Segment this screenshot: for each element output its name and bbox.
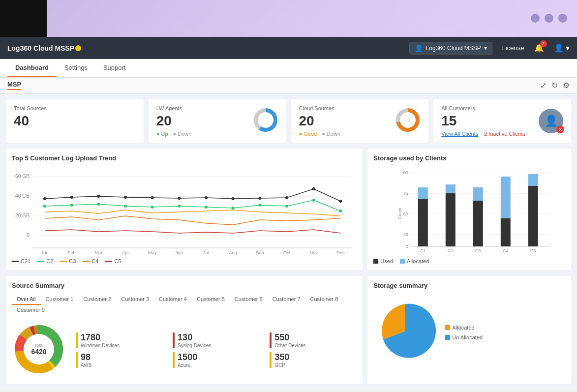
- source-tab-customer1[interactable]: Customer 1: [41, 294, 79, 305]
- bar-chart-area: 100 75 50 25 0 Count: [387, 167, 565, 255]
- legend-c4: C4: [83, 258, 98, 264]
- source-tab-overall[interactable]: Over All: [12, 294, 41, 305]
- stat-aws: 98 AWS: [76, 352, 163, 368]
- storage-summary-title: Storage summary: [373, 282, 565, 289]
- svg-point-49: [312, 199, 315, 202]
- svg-point-29: [97, 195, 100, 198]
- svg-text:C3: C3: [475, 248, 481, 253]
- svg-text:0: 0: [406, 244, 408, 249]
- svg-text:Dec: Dec: [336, 250, 345, 255]
- legend-c2: C2: [37, 258, 53, 264]
- svg-point-30: [124, 196, 127, 199]
- source-tab-customer8[interactable]: Customer 8: [305, 294, 343, 305]
- source-tab-customer2[interactable]: Customer 2: [78, 294, 116, 305]
- svg-text:40 GB: 40 GB: [15, 193, 30, 199]
- legend-c3: C3: [60, 258, 76, 264]
- svg-rect-72: [501, 177, 511, 218]
- stat-windows: 1780 Windows Devices: [76, 332, 163, 348]
- syslog-label: Syslog Devices: [178, 343, 211, 348]
- lw-agents-donut: [253, 107, 278, 135]
- other-value: 550: [274, 332, 305, 343]
- tab-dashboard[interactable]: Dashboard: [7, 59, 57, 77]
- top-decorative-bar: [0, 0, 577, 37]
- cloud-good-indicator: ● Good: [299, 131, 317, 137]
- svg-rect-62: [418, 199, 428, 246]
- refresh-icon[interactable]: ↻: [551, 81, 558, 90]
- legend-allocated: Allocated: [400, 258, 429, 264]
- expand-icon[interactable]: ⤢: [540, 81, 547, 90]
- source-tab-customer4[interactable]: Customer 4: [154, 294, 192, 305]
- svg-text:Total: Total: [34, 343, 43, 348]
- source-tab-customer9[interactable]: Customer 9: [12, 305, 50, 316]
- svg-point-28: [70, 196, 73, 199]
- aws-label: AWS: [81, 362, 91, 368]
- svg-text:6420: 6420: [31, 348, 46, 356]
- windows-value: 1780: [81, 332, 120, 343]
- tab-support[interactable]: Support: [95, 59, 134, 77]
- avatar-container: 👤 ✕: [539, 109, 563, 133]
- svg-rect-66: [446, 184, 456, 193]
- source-tab-customer3[interactable]: Customer 3: [116, 294, 154, 305]
- account-button[interactable]: 👤 ▾: [554, 43, 570, 53]
- logo-dot: [75, 45, 81, 51]
- gcp-label: GCP: [274, 362, 289, 368]
- black-block: [0, 0, 47, 37]
- bar-chart-card: Storage used by Clients 100 75 50 25 0: [367, 149, 571, 270]
- settings-icon[interactable]: ⚙: [563, 81, 570, 90]
- svg-text:Aug: Aug: [229, 250, 237, 255]
- svg-text:75: 75: [403, 191, 408, 196]
- stat-total-sources: Total Sources 40: [6, 99, 144, 143]
- svg-point-43: [151, 206, 154, 209]
- notification-button[interactable]: 🔔 2: [534, 43, 544, 53]
- svg-point-32: [178, 197, 181, 200]
- source-tab-customer5[interactable]: Customer 5: [192, 294, 230, 305]
- logo: Log360 Cloud MSSP: [7, 44, 81, 52]
- svg-text:Nov: Nov: [309, 250, 318, 255]
- svg-point-40: [70, 204, 73, 207]
- azure-label: Azure: [178, 362, 197, 368]
- svg-text:Apr: Apr: [122, 250, 129, 255]
- total-sources-title: Total Sources: [14, 105, 136, 111]
- legend-used: Used: [373, 258, 393, 264]
- svg-rect-68: [473, 201, 483, 246]
- cloud-sources-donut: [395, 107, 421, 135]
- svg-text:Jan: Jan: [41, 250, 49, 255]
- legend-c21: C21: [12, 258, 30, 264]
- svg-text:C5: C5: [530, 248, 536, 253]
- svg-text:50: 50: [403, 211, 408, 216]
- svg-text:Jun: Jun: [176, 250, 183, 255]
- svg-text:100: 100: [401, 170, 408, 175]
- dot-3: [558, 14, 567, 23]
- source-tab-customer6[interactable]: Customer 6: [230, 294, 268, 305]
- tab-settings[interactable]: Settings: [57, 59, 95, 77]
- azure-value: 1500: [178, 352, 197, 362]
- cloud-down-indicator: ● Down: [322, 131, 340, 137]
- svg-text:Feb: Feb: [68, 250, 76, 255]
- source-summary-card: Source Summary Over All Customer 1 Custo…: [6, 276, 363, 384]
- svg-point-38: [339, 200, 342, 203]
- source-tab-customer7[interactable]: Customer 7: [268, 294, 305, 305]
- avatar: 👤 ✕: [539, 109, 563, 133]
- svg-rect-69: [473, 187, 483, 201]
- source-donut: Total 6420: [12, 322, 66, 378]
- avatar-x-icon: ✕: [556, 125, 564, 133]
- svg-text:60 GB: 60 GB: [15, 174, 30, 179]
- svg-point-44: [178, 205, 181, 208]
- legend-allocated-pie: Allocated: [445, 325, 483, 331]
- svg-point-47: [258, 204, 261, 207]
- svg-point-46: [232, 207, 235, 210]
- storage-summary-card: Storage summary Allocated: [367, 276, 571, 384]
- source-tabs: Over All Customer 1 Customer 2 Customer …: [12, 294, 357, 316]
- svg-point-35: [258, 197, 261, 200]
- dot-2: [545, 14, 553, 23]
- view-all-clients-link[interactable]: View All Clients: [441, 131, 478, 137]
- header-right: 👤 Log360 Cloud MSSP ▾ License 🔔 2 👤 ▾: [409, 42, 570, 55]
- source-summary-title: Source Summary: [12, 282, 357, 289]
- inactive-clients-link[interactable]: 2 Inactive Clients: [484, 131, 525, 137]
- msp-bar: MSP ⤢ ↻ ⚙: [0, 78, 577, 93]
- svg-text:0: 0: [27, 233, 30, 238]
- lw-up-indicator: ● Up: [156, 131, 168, 137]
- svg-text:20 GB: 20 GB: [15, 213, 30, 218]
- cloud-mssp-button[interactable]: 👤 Log360 Cloud MSSP ▾: [409, 42, 492, 55]
- svg-text:Jul: Jul: [203, 250, 209, 255]
